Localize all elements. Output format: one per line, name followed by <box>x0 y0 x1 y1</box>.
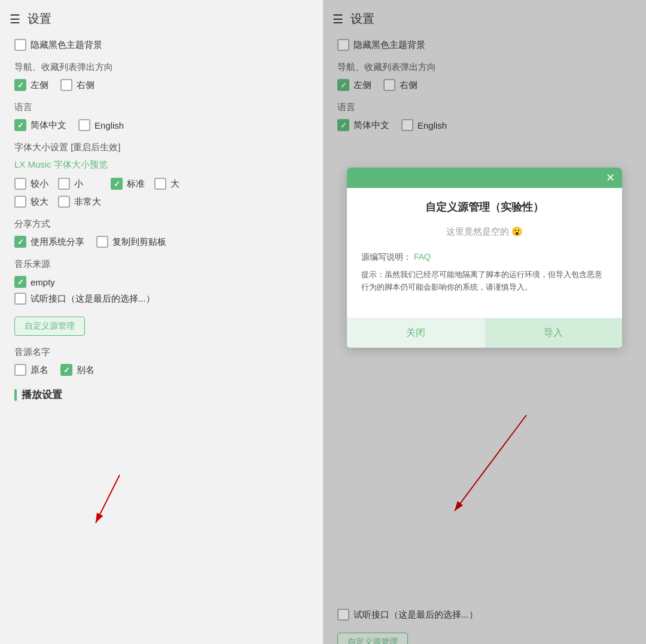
original-name-checkbox-left[interactable]: 原名 <box>14 364 48 376</box>
english-label-left: English <box>95 120 124 130</box>
nav-direction-section-left: 导航、收藏列表弹出方向 左侧 右侧 <box>14 62 309 91</box>
modal-import-btn[interactable]: 导入 <box>485 318 623 348</box>
system-share-box[interactable] <box>14 236 26 248</box>
audition-label-left: 试听接口（这是最后的选择...） <box>31 293 155 305</box>
english-box-left[interactable] <box>78 119 90 131</box>
left-panel: ☰ 设置 隐藏黑色主题背景 导航、收藏列表弹出方向 左侧 右侧 <box>0 0 323 644</box>
font-small-checkbox[interactable]: 较小 <box>14 178 48 190</box>
language-row-left: 简体中文 English <box>14 119 309 131</box>
chinese-checkbox-left[interactable]: 简体中文 <box>14 119 66 131</box>
font-xsmall-label: 小 <box>74 178 83 190</box>
chinese-box-left[interactable] <box>14 119 26 131</box>
playback-bar-left <box>14 389 17 401</box>
font-xlarge-box[interactable] <box>14 196 26 208</box>
source-info-label: 源编写说明： <box>361 252 412 262</box>
modal-title: 自定义源管理（实验性） <box>361 200 608 214</box>
font-xxlarge-checkbox[interactable]: 非常大 <box>58 196 101 208</box>
nav-left-label: 左侧 <box>31 80 48 91</box>
share-label-left: 分享方式 <box>14 218 309 230</box>
chinese-label-left: 简体中文 <box>31 120 66 131</box>
alias-name-checkbox-left[interactable]: 别名 <box>60 364 95 376</box>
alias-name-label-left: 别名 <box>77 364 95 376</box>
font-large-checkbox[interactable]: 大 <box>154 178 179 190</box>
svg-line-1 <box>96 475 120 523</box>
share-section-left: 分享方式 使用系统分享 复制到剪贴板 <box>14 218 309 248</box>
font-xxlarge-box[interactable] <box>58 196 70 208</box>
menu-icon-left[interactable]: ☰ <box>10 12 20 26</box>
source-name-row-left: 原名 别名 <box>14 364 309 376</box>
font-size-grid-left: 较小 小 标准 大 较大 <box>14 178 179 208</box>
font-size-label-left: 字体大小设置 [重启后生效] <box>14 142 309 153</box>
original-name-label-left: 原名 <box>31 364 48 376</box>
font-normal-box[interactable] <box>111 178 123 190</box>
font-normal-label: 标准 <box>127 178 145 190</box>
system-share-label: 使用系统分享 <box>31 236 84 248</box>
empty-source-checkbox[interactable]: empty <box>14 276 309 288</box>
nav-right-label: 右侧 <box>77 80 95 91</box>
nav-direction-row-left: 左侧 右侧 <box>14 79 309 91</box>
music-source-section-left: 音乐来源 empty 试听接口（这是最后的选择...） 自定义源管理 <box>14 259 309 336</box>
font-small-label: 较小 <box>31 178 48 190</box>
original-name-box-left[interactable] <box>14 364 26 376</box>
right-panel: ☰ 设置 隐藏黑色主题背景 导航、收藏列表弹出方向 左侧 右侧 <box>323 0 646 644</box>
font-xlarge-label: 较大 <box>31 196 48 208</box>
modal-empty-text: 这里竟然是空的 😮 <box>361 226 608 238</box>
modal-close-button[interactable]: ✕ <box>606 172 615 183</box>
modal-info-row: 源编写说明： FAQ <box>361 252 608 263</box>
music-source-label-left: 音乐来源 <box>14 259 309 270</box>
font-xsmall-checkbox[interactable]: 小 <box>58 178 101 190</box>
hide-theme-box-left[interactable] <box>14 39 26 51</box>
left-title: 设置 <box>28 11 51 27</box>
modal-footer: 关闭 导入 <box>347 318 622 348</box>
share-row-left: 使用系统分享 复制到剪贴板 <box>14 236 309 248</box>
nav-direction-label-left: 导航、收藏列表弹出方向 <box>14 62 309 73</box>
modal-warning: 提示：虽然我们已经尽可能地隔离了脚本的运行环境，但导入包含恶意行为的脚本仍可能会… <box>361 269 608 294</box>
font-xsmall-box[interactable] <box>58 178 70 190</box>
left-settings-content: 隐藏黑色主题背景 导航、收藏列表弹出方向 左侧 右侧 语言 <box>0 34 323 416</box>
modal-header: ✕ <box>347 168 622 188</box>
font-preview-link-left[interactable]: LX Music 字体大小预览 <box>14 159 309 171</box>
empty-source-box[interactable] <box>14 276 26 288</box>
font-large-label: 大 <box>170 178 179 190</box>
nav-left-checkbox[interactable]: 左侧 <box>14 79 48 91</box>
clipboard-box[interactable] <box>96 236 108 248</box>
source-name-label-left: 音源名字 <box>14 347 309 358</box>
playback-title-left: 播放设置 <box>22 388 62 402</box>
font-size-section-left: 字体大小设置 [重启后生效] LX Music 字体大小预览 较小 小 标准 大 <box>14 142 309 208</box>
nav-right-box[interactable] <box>60 79 72 91</box>
font-xlarge-checkbox[interactable]: 较大 <box>14 196 48 208</box>
left-header: ☰ 设置 <box>0 0 323 34</box>
modal-close-btn[interactable]: 关闭 <box>347 318 485 348</box>
audition-box-left[interactable] <box>14 293 26 305</box>
system-share-checkbox[interactable]: 使用系统分享 <box>14 236 84 248</box>
clipboard-label: 复制到剪贴板 <box>112 236 166 248</box>
hide-theme-label-left: 隐藏黑色主题背景 <box>31 40 102 51</box>
english-checkbox-left[interactable]: English <box>78 119 124 131</box>
playback-divider-left: 播放设置 <box>14 388 309 402</box>
modal-body: 自定义源管理（实验性） 这里竟然是空的 😮 源编写说明： FAQ 提示：虽然我们… <box>347 188 622 318</box>
language-section-left: 语言 简体中文 English <box>14 102 309 131</box>
audition-checkbox-left[interactable]: 试听接口（这是最后的选择...） <box>14 293 309 305</box>
font-large-box[interactable] <box>154 178 166 190</box>
font-xxlarge-label: 非常大 <box>74 196 101 208</box>
hide-theme-checkbox-left[interactable]: 隐藏黑色主题背景 <box>14 39 309 51</box>
custom-source-btn-left[interactable]: 自定义源管理 <box>14 317 85 336</box>
font-normal-checkbox[interactable]: 标准 <box>111 178 145 190</box>
custom-source-modal: ✕ 自定义源管理（实验性） 这里竟然是空的 😮 源编写说明： FAQ 提示：虽然… <box>347 168 622 348</box>
nav-left-box[interactable] <box>14 79 26 91</box>
language-label-left: 语言 <box>14 102 309 113</box>
clipboard-checkbox[interactable]: 复制到剪贴板 <box>96 236 166 248</box>
empty-source-label: empty <box>31 277 55 287</box>
modal-overlay: ✕ 自定义源管理（实验性） 这里竟然是空的 😮 源编写说明： FAQ 提示：虽然… <box>323 0 646 644</box>
source-name-section-left: 音源名字 原名 别名 <box>14 347 309 376</box>
hide-theme-section-left: 隐藏黑色主题背景 <box>14 39 309 51</box>
nav-right-checkbox[interactable]: 右侧 <box>60 79 95 91</box>
alias-name-box-left[interactable] <box>60 364 72 376</box>
faq-link[interactable]: FAQ <box>414 252 431 262</box>
font-small-box[interactable] <box>14 178 26 190</box>
